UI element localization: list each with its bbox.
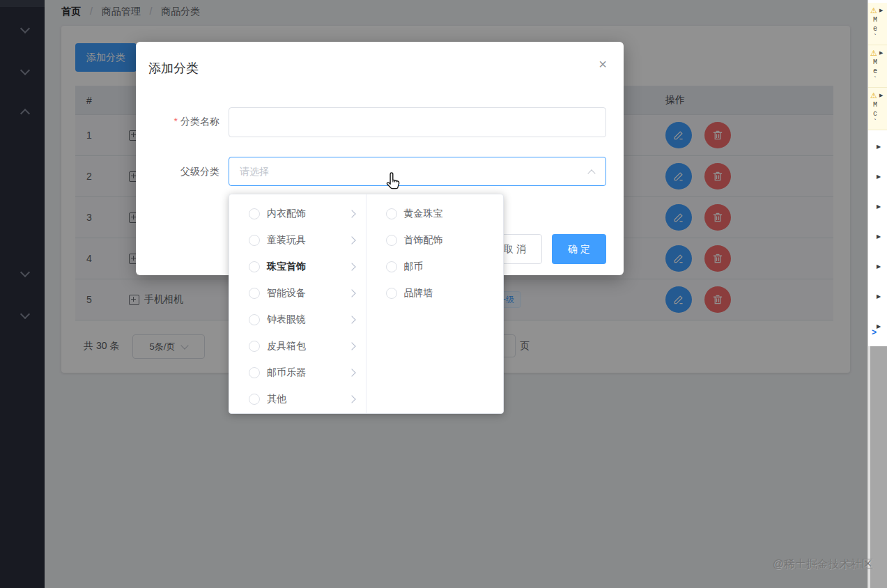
chevron-right-icon — [348, 369, 355, 376]
cascader-item[interactable]: 珠宝首饰 — [229, 254, 366, 280]
chevron-right-icon — [348, 342, 355, 350]
radio-icon[interactable] — [249, 341, 260, 352]
required-asterisk: * — [174, 116, 178, 127]
console-warning-text: e — [870, 24, 887, 33]
console-warning[interactable]: ⚠▶Me` — [868, 45, 887, 88]
console-warning-list: ⚠▶Me`⚠▶Me`⚠▶Mc` — [868, 3, 887, 130]
cascader-item-label: 珠宝首饰 — [267, 261, 306, 273]
console-warning-text: M — [870, 15, 887, 24]
cascader-item-label: 其他 — [267, 393, 286, 405]
cascader-item[interactable]: 钟表眼镜 — [229, 307, 366, 333]
select-placeholder: 请选择 — [240, 166, 269, 178]
console-warning[interactable]: ⚠▶Me` — [868, 3, 887, 45]
cascader-item-label: 邮币 — [404, 261, 424, 273]
console-warning-text: ` — [870, 33, 887, 42]
console-prompt-icon[interactable]: > — [872, 327, 877, 337]
expand-arrow-icon: ▶ — [879, 93, 883, 98]
cascader-right-column: 黄金珠宝首饰配饰邮币品牌墙 — [367, 194, 504, 413]
warning-triangle-icon: ⚠ — [870, 49, 877, 57]
cascader-left-column: 内衣配饰童装玩具珠宝首饰智能设备钟表眼镜皮具箱包邮币乐器其他 — [229, 194, 367, 413]
cascader-item[interactable]: 黄金珠宝 — [367, 201, 504, 227]
radio-icon[interactable] — [249, 394, 260, 405]
chevron-up-icon — [587, 169, 595, 177]
console-entry-arrow-icon[interactable]: ▶ — [877, 173, 881, 180]
console-warning-text: M — [870, 100, 887, 109]
modal-title: 添加分类 — [148, 60, 199, 77]
radio-icon[interactable] — [249, 208, 260, 219]
radio-icon[interactable] — [386, 235, 397, 246]
radio-icon[interactable] — [249, 367, 260, 378]
cascader-item[interactable]: 首饰配饰 — [367, 227, 504, 254]
console-warning-text: ` — [870, 76, 887, 85]
cascader-item[interactable]: 其他 — [229, 386, 366, 412]
parent-category-select[interactable]: 请选择 — [229, 157, 606, 186]
radio-icon[interactable] — [386, 261, 397, 272]
watermark: @稀土掘金技术社区 — [773, 557, 873, 572]
parent-category-label: 父级分类 — [136, 166, 219, 178]
cascader-item-label: 黄金珠宝 — [404, 208, 443, 220]
cascader-item-label: 钟表眼镜 — [267, 314, 306, 326]
cascader-item-label: 皮具箱包 — [267, 340, 306, 353]
cascader-item-label: 首饰配饰 — [404, 234, 443, 247]
cascader-item[interactable]: 童装玩具 — [229, 227, 366, 254]
cascader-item-label: 童装玩具 — [267, 234, 306, 247]
radio-icon[interactable] — [249, 314, 260, 325]
console-entry-arrow-icon[interactable]: ▶ — [877, 263, 881, 270]
cascader-dropdown: 内衣配饰童装玩具珠宝首饰智能设备钟表眼镜皮具箱包邮币乐器其他 黄金珠宝首饰配饰邮… — [229, 194, 504, 414]
radio-icon[interactable] — [249, 288, 260, 299]
console-strip-bottom — [868, 346, 887, 588]
cascader-item-label: 智能设备 — [267, 287, 306, 300]
radio-icon[interactable] — [386, 208, 397, 219]
category-name-label: *分类名称 — [136, 116, 219, 128]
warning-triangle-icon: ⚠ — [870, 92, 877, 100]
chevron-right-icon — [348, 236, 355, 244]
mouse-cursor-icon — [385, 171, 403, 194]
confirm-button[interactable]: 确 定 — [552, 234, 606, 264]
close-icon[interactable]: × — [599, 57, 607, 71]
cascader-item[interactable]: 邮币 — [367, 254, 504, 280]
console-warning-text: M — [870, 58, 887, 67]
expand-arrow-icon: ▶ — [879, 50, 883, 56]
cascader-item[interactable]: 品牌墙 — [367, 280, 504, 307]
radio-icon[interactable] — [386, 288, 397, 299]
console-strip: ⚠▶Me`⚠▶Me`⚠▶Mc` ▶▶▶▶▶▶▶> — [867, 0, 887, 588]
cascader-item[interactable]: 皮具箱包 — [229, 333, 366, 359]
app-root: 首页 / 商品管理 / 商品分类 添加分类 # 操作 12345手机相机一级 共… — [0, 0, 887, 588]
expand-arrow-icon: ▶ — [879, 8, 883, 13]
chevron-right-icon — [348, 395, 355, 403]
chevron-right-icon — [348, 316, 355, 323]
console-warning[interactable]: ⚠▶Mc` — [868, 88, 887, 130]
chevron-right-icon — [348, 289, 355, 297]
console-entry-arrow-icon[interactable]: ▶ — [877, 203, 881, 210]
radio-icon[interactable] — [249, 261, 260, 272]
console-entry-arrow-icon[interactable]: ▶ — [877, 233, 881, 240]
cascader-item-label: 品牌墙 — [404, 287, 433, 300]
console-warning-text: e — [870, 67, 887, 76]
radio-icon[interactable] — [249, 235, 260, 246]
cascader-item-label: 邮币乐器 — [267, 366, 306, 379]
console-entry-arrow-icon[interactable]: ▶ — [877, 323, 881, 330]
console-entry-list: ▶▶▶▶▶▶▶> — [868, 130, 887, 347]
cascader-item[interactable]: 邮币乐器 — [229, 359, 366, 386]
console-warning-text: ` — [870, 118, 887, 127]
cascader-item[interactable]: 智能设备 — [229, 280, 366, 307]
console-entry-arrow-icon[interactable]: ▶ — [877, 144, 881, 150]
cascader-item[interactable]: 内衣配饰 — [229, 201, 366, 227]
chevron-right-icon — [348, 210, 355, 217]
cascader-item-label: 内衣配饰 — [267, 208, 306, 220]
chevron-right-icon — [348, 263, 355, 270]
console-entry-arrow-icon[interactable]: ▶ — [877, 293, 881, 300]
console-warning-text: c — [870, 109, 887, 118]
warning-triangle-icon: ⚠ — [870, 7, 877, 15]
category-name-input[interactable] — [229, 107, 606, 137]
